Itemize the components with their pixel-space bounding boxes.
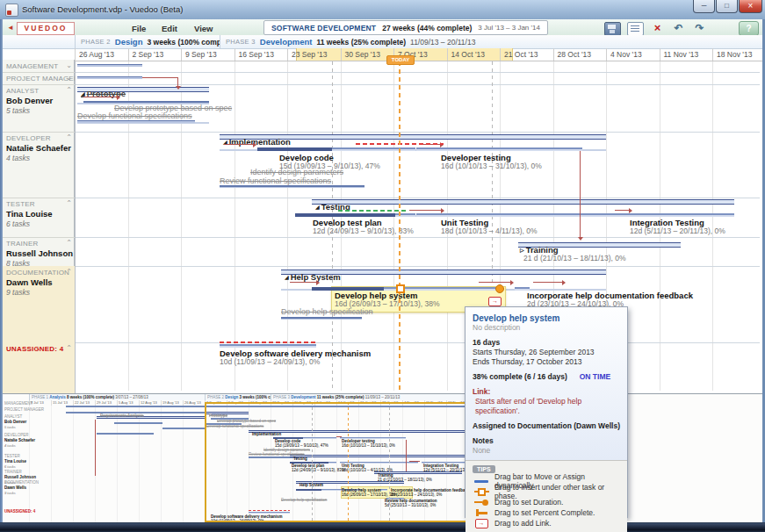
collapse-chevron-icon[interactable]: ⌃ <box>66 199 72 207</box>
link-connector <box>224 144 253 145</box>
completed-task-bar[interactable] <box>220 185 364 188</box>
collapse-chevron-icon[interactable]: ⌃ <box>66 86 72 94</box>
overview-phase-header: PHASE 1 Analysis 8 weeks (100% complete)… <box>29 394 205 400</box>
timeline-divider <box>75 61 765 61</box>
resource-row-analyst[interactable]: ANALYSTBob Denver5 tasks⌃ <box>3 84 75 132</box>
undo-icon[interactable]: ↶ <box>671 22 686 34</box>
menu-view[interactable]: View <box>194 24 213 33</box>
add-link-icon: → <box>473 519 490 528</box>
overview-phase-header: PHASE 2 Design 3 weeks (100% compl... <box>205 394 271 400</box>
overview-resource-name: Natalie Schaefer <box>4 438 35 442</box>
overview-resource-tasks: 5 tasks <box>4 425 16 429</box>
task-bar[interactable] <box>416 147 582 151</box>
expanded-triangle-icon[interactable]: ◢ <box>285 275 289 280</box>
resource-row-project-manager[interactable]: PROJECT MANAGER⌄ <box>3 72 75 84</box>
arrowhead-icon <box>176 86 181 90</box>
collapse-chevron-icon[interactable]: ⌃ <box>66 239 72 247</box>
task-bar[interactable] <box>416 213 613 217</box>
resource-task-count: 6 tasks <box>6 219 30 228</box>
timeline-date-cell: 23 Sep '13 <box>287 48 341 61</box>
task-bar[interactable] <box>257 147 415 151</box>
collapse-chevron-icon[interactable]: ⌄ <box>66 74 72 82</box>
overview-resource-tasks: 4 tasks <box>4 443 16 448</box>
completed-task-bar[interactable] <box>281 317 362 320</box>
completed-task-bar[interactable] <box>77 120 195 123</box>
resource-role: DOCUMENTATION <box>6 269 69 277</box>
back-arrow-icon[interactable]: ◄ <box>7 24 14 32</box>
collapse-chevron-icon[interactable]: ⌃ <box>66 268 72 276</box>
task-sublabel: 18d (10/10/13 – 4/11/13), 0% <box>441 226 537 235</box>
properties-icon[interactable] <box>627 22 644 36</box>
group-sublabel: 21 d (21/10/13 – 18/11/13), 0% <box>523 254 626 262</box>
overview-resource-role: TRAINER <box>4 470 22 474</box>
collapse-chevron-icon[interactable]: ⌃ <box>66 133 72 141</box>
arrowhead-icon <box>253 142 256 147</box>
tip-row: Drag to set Percent Complete. <box>473 507 620 518</box>
save-icon[interactable] <box>604 22 621 36</box>
insert-handle-icon[interactable] <box>396 284 405 293</box>
resource-row-trainer[interactable]: TRAINERRussell Johnson8 tasks⌃ <box>3 237 75 266</box>
resource-name: Russell Johnson <box>6 248 73 258</box>
overview-resource-role: MANAGEMENT <box>4 401 32 406</box>
completed-task-bar[interactable] <box>77 76 142 79</box>
timeline-date-cell: 11 Nov '13 <box>660 48 713 61</box>
task-bar[interactable] <box>295 213 415 217</box>
overview-resource-name: Bob Denver <box>4 420 26 424</box>
redo-icon[interactable]: ↷ <box>692 22 707 34</box>
today-badge: TODAY <box>386 55 415 65</box>
tooltip-start-date: Starts Thursday, 26 September 2013 <box>473 348 620 357</box>
tip-text: Drag to add Link. <box>494 519 552 528</box>
link-connector <box>177 77 178 86</box>
collapse-chevron-icon[interactable]: ⌃ <box>66 344 72 352</box>
timeline-date-cell: 21 Oct '13 <box>500 48 553 61</box>
close-button[interactable]: × <box>739 0 762 13</box>
task-bar[interactable] <box>220 344 316 348</box>
tip-row: →Drag to add Link. <box>473 518 620 528</box>
maximize-button[interactable]: □ <box>716 0 738 13</box>
tooltip-description: No description <box>473 323 620 333</box>
overview-phase-text: PHASE 2 <box>207 395 225 399</box>
delete-icon[interactable]: × <box>650 22 665 34</box>
minimize-button[interactable]: ─ <box>693 0 715 13</box>
overview-task-label: Requirements Analysis <box>100 413 144 418</box>
menu-file[interactable]: File <box>132 24 146 33</box>
resource-row-management[interactable]: MANAGEMENT⌄ <box>3 60 75 72</box>
resource-row-tester[interactable]: TESTERTina Louise6 tasks⌃ <box>3 198 75 237</box>
overdue-dashes <box>220 341 318 343</box>
tooltip-task-title: Develop help system <box>473 313 620 323</box>
percent-glyph <box>476 509 487 516</box>
expanded-triangle-icon[interactable]: ◢ <box>315 205 320 210</box>
tooltip-assigned: Assigned to Documentation (Dawn Wells) <box>473 421 620 431</box>
phase-text: Development <box>260 37 313 47</box>
group-bar[interactable] <box>312 199 734 205</box>
overview-phase-text: PHASE 3 <box>273 395 291 399</box>
resource-task-count: 4 tasks <box>6 154 30 162</box>
overview-phase-text: 3/07/13 – 27/08/13 <box>115 395 148 399</box>
phase-header-3[interactable]: PHASE 3Development11 weeks (25% complete… <box>220 35 760 48</box>
vuedoo-logo: VUEDOO <box>17 22 75 35</box>
completed-task-bar[interactable] <box>77 64 142 67</box>
overview-viewport[interactable] <box>205 402 506 522</box>
collapsed-triangle-icon[interactable]: ▷ <box>520 248 524 253</box>
phase-header-2[interactable]: PHASE 2Design3 weeks (100% compl... <box>75 35 220 48</box>
tips-badge: TIPS <box>473 465 495 473</box>
arrowhead-icon <box>629 208 632 213</box>
link-connector <box>580 151 581 237</box>
menu-edit[interactable]: Edit <box>162 24 177 33</box>
collapse-chevron-icon[interactable]: ⌄ <box>66 61 72 69</box>
task-progress <box>295 213 395 217</box>
tooltip-link-label: Link: <box>473 387 620 397</box>
task-bar[interactable] <box>613 213 734 217</box>
link-handle-icon[interactable]: → <box>488 297 502 306</box>
resource-row-developer[interactable]: DEVELOPERNatalie Schaefer4 tasks⌃ <box>3 132 75 198</box>
timeline-date-cell: 16 Sep '13 <box>235 48 288 61</box>
overview-resource-role: DEVELOPER <box>4 433 29 437</box>
link-connector <box>479 282 510 283</box>
overview-done-bar <box>97 433 154 435</box>
duration-icon <box>473 500 490 506</box>
help-button[interactable]: ? <box>739 21 759 36</box>
duration-handle-icon[interactable] <box>495 284 504 293</box>
resource-row-documentation[interactable]: DOCUMENTATIONDawn Wells9 tasks⌃ <box>3 266 75 342</box>
resource-row-unassigned-[interactable]: UNASSIGNED: 4⌃ <box>3 342 75 393</box>
phase-text: PHASE 3 <box>226 38 256 46</box>
